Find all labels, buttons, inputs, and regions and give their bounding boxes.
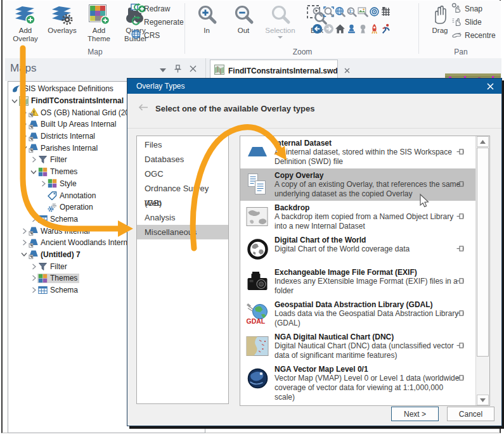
zoom-selection-icon <box>270 2 291 27</box>
home-icon[interactable] <box>335 23 346 34</box>
overlay-type-exif[interactable]: Exchangeable Image File Format (EXIF)Ind… <box>240 265 476 298</box>
zoom-scale-icon[interactable]: 1: <box>346 6 357 17</box>
overlays-button[interactable]: Overlays <box>46 2 79 43</box>
out-button[interactable]: Out <box>227 2 260 39</box>
chevron-right-icon[interactable] <box>30 263 37 270</box>
overlay-type-gdal[interactable]: GDALGeospatial Data Abstraction Library … <box>240 298 476 330</box>
category-ordnance-survey-gb-[interactable]: Ordnance Survey (GB) <box>137 181 228 196</box>
overlay-type-name: Backdrop <box>275 203 309 212</box>
slide-button[interactable]: Slide <box>451 15 496 28</box>
close-icon[interactable] <box>190 65 197 74</box>
pin-icon[interactable] <box>456 245 465 254</box>
tree-item-label: Filter <box>48 262 69 271</box>
pin-icon[interactable] <box>456 148 465 157</box>
keyhole-icon[interactable] <box>358 23 368 34</box>
ribbon-button-label: Redraw <box>144 4 170 13</box>
chevron-down-icon[interactable] <box>20 251 28 257</box>
tree-item-content: Style <box>47 179 79 188</box>
crs-icon <box>131 29 141 41</box>
themes-icon <box>37 274 48 283</box>
tab-close-icon[interactable] <box>344 66 350 75</box>
overlay-icon <box>28 226 39 236</box>
pin-icon[interactable] <box>456 374 465 383</box>
filter-icon <box>37 262 48 271</box>
crs-button[interactable]: CRS <box>131 28 184 42</box>
overlay-type-internal-dataset[interactable]: Internal DatasetAn internal dataset, sto… <box>240 136 476 168</box>
pin-icon[interactable] <box>174 65 182 75</box>
map-doc-icon <box>18 96 29 106</box>
chevron-right-icon[interactable] <box>30 156 37 163</box>
scroll-up-icon[interactable] <box>477 136 489 147</box>
stamp-icon[interactable] <box>346 23 357 34</box>
chevron-down-icon[interactable] <box>11 98 18 104</box>
dropdown-icon[interactable] <box>160 65 166 74</box>
small-buttons: RedrawRegenerateCRS <box>131 2 184 42</box>
scrollbar-thumb[interactable] <box>477 148 489 357</box>
redraw-button[interactable]: Redraw <box>131 2 184 15</box>
rocket-icon[interactable] <box>369 23 380 34</box>
nav-forward-icon[interactable] <box>323 23 334 34</box>
category-analysis[interactable]: Analysis <box>137 210 228 225</box>
pin-icon[interactable] <box>456 213 465 222</box>
themes-icon <box>37 167 48 177</box>
ribbon: Add OverlayOverlaysAdd ThemeQuery Builde… <box>5 1 501 59</box>
pin-icon[interactable] <box>456 310 465 319</box>
overlay-type-dcw[interactable]: Digital Chart of the WorldDigital Chart … <box>240 233 476 265</box>
overlay-type-backdrop[interactable]: BackdropA backdrop item copied from a Na… <box>240 201 476 233</box>
chevron-down-icon[interactable] <box>30 169 37 175</box>
chevron-right-icon[interactable] <box>30 287 37 293</box>
snap-button[interactable]: Snap <box>451 2 496 15</box>
overlay-type-copy-overlay[interactable]: Copy OverlayA copy of an existing Overla… <box>240 168 476 201</box>
group-separator <box>184 3 185 54</box>
chevron-right-icon[interactable] <box>30 275 37 281</box>
back-arrow-icon[interactable] <box>138 103 148 113</box>
category-databases[interactable]: Databases <box>137 152 228 167</box>
zoom-view-icon[interactable] <box>358 6 368 17</box>
category-miscellaneous[interactable]: Miscellaneous <box>137 225 228 239</box>
chevron-down-icon[interactable] <box>20 145 28 151</box>
zoom-pointer-icon[interactable] <box>312 6 323 17</box>
chevron-right-icon[interactable] <box>20 121 28 127</box>
add-overlay-button[interactable]: Add Overlay <box>9 2 42 43</box>
category-ogc[interactable]: OGC <box>137 167 228 181</box>
zoom-world-icon[interactable] <box>335 6 346 17</box>
zoom-target-icon[interactable] <box>369 6 380 17</box>
overlay-type-description: Digital Nautical Chart (DNC) data (uncla… <box>275 341 465 360</box>
overlay-type-vmap[interactable]: NGA Vector Map Level 0/1Vector Map (VMAP… <box>240 362 476 395</box>
chevron-right-icon[interactable] <box>20 239 28 246</box>
chevron-right-icon[interactable] <box>20 228 28 234</box>
runner-icon[interactable] <box>380 23 391 34</box>
pin-icon[interactable] <box>456 342 465 351</box>
zoom-grid-icon[interactable] <box>380 6 391 17</box>
selection-button[interactable]: Selection <box>264 2 297 39</box>
tree-item-content: Themes <box>37 274 79 283</box>
overlay-type-dnc[interactable]: NGA Digital Nautical Chart (DNC)Digital … <box>240 330 476 362</box>
in-button[interactable]: In <box>190 2 223 39</box>
overlay-type-name: NGA Vector Map Level 0/1 <box>275 365 368 374</box>
tree-item-label: Parishes Internal <box>39 144 100 153</box>
scrollbar[interactable] <box>475 136 489 405</box>
regenerate-button[interactable]: Regenerate <box>131 15 184 28</box>
tree-item-content: Filter <box>37 155 69 164</box>
recentre-button[interactable]: Recentre <box>451 28 496 42</box>
pin-icon[interactable] <box>456 180 465 189</box>
nav-back-icon[interactable] <box>312 23 323 34</box>
tree-item-content: Schema <box>37 286 80 294</box>
scroll-down-icon[interactable] <box>477 395 489 405</box>
category-web[interactable]: Web <box>137 196 228 210</box>
chevron-right-icon[interactable] <box>30 216 37 222</box>
gears-icon <box>47 203 58 212</box>
document-tab-label: FindITConstraintsInternal.swd <box>228 66 338 75</box>
chevron-down-icon <box>278 36 283 39</box>
add-theme-button[interactable]: Add Theme <box>82 2 115 43</box>
tree-item-label: Annotation <box>58 191 98 200</box>
chevron-right-icon[interactable] <box>20 133 28 139</box>
zoom-extents-icon[interactable] <box>323 6 334 17</box>
next-button[interactable]: Next > <box>391 407 439 421</box>
chevron-right-icon[interactable] <box>39 180 47 187</box>
dialog-close-icon[interactable] <box>485 82 495 91</box>
cancel-button[interactable]: Cancel <box>447 407 494 421</box>
category-files[interactable]: Files <box>137 137 228 152</box>
pin-icon[interactable] <box>456 277 465 286</box>
chevron-right-icon[interactable] <box>20 110 28 116</box>
